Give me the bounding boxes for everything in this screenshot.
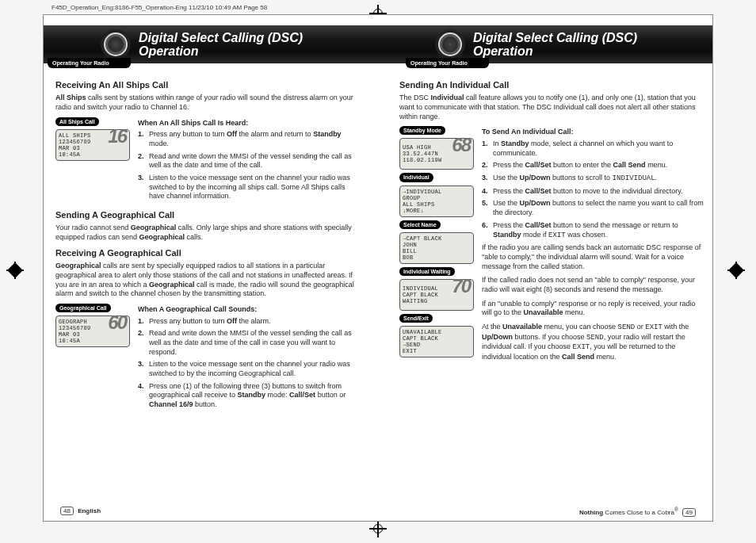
row-individual: Standby Mode USA HIGH 33.52.447N 118.02.… <box>399 126 705 366</box>
para: Your radio cannot send Geographical call… <box>55 224 361 242</box>
footer-left: 48 English <box>58 507 101 515</box>
tag-all-ships-call: All Ships Call <box>55 117 99 126</box>
registration-mark-bottom <box>369 520 387 537</box>
para: If the called radio does not send an "ab… <box>482 276 705 294</box>
footer-right-bold: Nothing <box>579 509 603 516</box>
lcd-channel-number: 70 <box>452 283 470 289</box>
heading-receiving-geo: Receiving A Geographical Call <box>55 247 361 258</box>
para: At the Unavailable menu, you can choose … <box>482 323 705 362</box>
footer-right-sup: ® <box>674 507 678 512</box>
banner-right-title: Digital Select Calling (DSC)Operation <box>473 31 637 58</box>
tag-geo-call: Geographical Call <box>55 304 111 312</box>
speaker-ring-icon <box>438 33 462 56</box>
lcd-all-ships: ALL SHIPS 123456789 MAR 03 10:45A 16 <box>55 129 130 161</box>
print-header-line: F45D_Operation_Eng:8186-F55_Operation-En… <box>52 4 267 11</box>
steps-individual: To Send An Individual Call: In Standby m… <box>482 126 705 366</box>
lcd-send-exit: UNAVAILABLE CAPT BLACK →SEND EXIT <box>399 326 474 358</box>
banner-left-sub: Operating Your Radio <box>48 58 131 68</box>
steps-geo: When A Geographical Call Sounds: Press a… <box>138 304 361 413</box>
step: Press the Call/Set button to move to the… <box>482 187 705 197</box>
footer-left-text: English <box>78 507 101 514</box>
tag-individual-waiting: Individual Waiting <box>399 267 455 276</box>
para: If an "unable to comply" response or no … <box>482 300 705 318</box>
lcd-standby: USA HIGH 33.52.447N 118.02.119W 68 <box>399 138 474 170</box>
lcd-geo: GEOGRAPH 123456789 MAR 03 10:45A 60 <box>55 315 130 347</box>
para: Geographical calls are sent by specially… <box>55 262 361 299</box>
tag-send-exit: Send/Exit <box>399 314 433 323</box>
para: The DSC Individual call feature allows y… <box>399 94 705 121</box>
lcd-channel-number: 16 <box>108 133 126 140</box>
page-number-left: 48 <box>60 507 74 515</box>
lcd-group-all-ships: All Ships Call ALL SHIPS 123456789 MAR 0… <box>55 117 132 205</box>
lcd-individual-menu: →INDIVIDUAL GROUP ALL SHIPS ↓MORE↓ <box>399 185 474 217</box>
page-number-right: 49 <box>682 508 696 517</box>
banner-left-title: Digital Select Calling (DSC)Operation <box>139 31 303 58</box>
subheading: To Send An Individual Call: <box>482 128 705 137</box>
step: Read and write down the MMSI of the vess… <box>138 152 361 170</box>
heading-receiving-all-ships: Receiving An All Ships Call <box>55 79 361 90</box>
row-all-ships: All Ships Call ALL SHIPS 123456789 MAR 0… <box>55 117 361 205</box>
row-geo: Geographical Call GEOGRAPH 123456789 MAR… <box>55 304 361 413</box>
lcd-group-geo: Geographical Call GEOGRAPH 123456789 MAR… <box>55 304 132 413</box>
step: Press one (1) of the following three (3)… <box>138 382 361 410</box>
tag-standby-mode: Standby Mode <box>399 126 445 135</box>
step: Listen to the voice message sent on the … <box>138 360 361 378</box>
step: Press the Call/Set button to send the me… <box>482 221 705 240</box>
step: Read and write down the MMSI of the vess… <box>138 329 361 357</box>
step: Use the Up/Down buttons to select the na… <box>482 199 705 217</box>
banner: Digital Select Calling (DSC)Operation Di… <box>44 25 712 63</box>
footer-right-text: Comes Close to a Cobra <box>603 509 674 516</box>
heading-sending-geo: Sending A Geographical Call <box>55 209 361 220</box>
footer-right: Nothing Comes Close to a Cobra® 49 <box>579 507 698 517</box>
step: Press any button to turn Off the alarm. <box>138 317 361 327</box>
steps-all-ships: When An All Ships Call Is Heard: Press a… <box>138 117 361 205</box>
banner-right-sub: Operating Your Radio <box>406 58 489 68</box>
para: All Ships calls sent by stations within … <box>55 94 361 112</box>
registration-mark-left <box>6 262 24 279</box>
subheading: When An All Ships Call Is Heard: <box>138 119 361 128</box>
subheading: When A Geographical Call Sounds: <box>138 305 361 315</box>
lcd-channel-number: 68 <box>452 142 470 148</box>
registration-mark-right <box>727 262 745 279</box>
lcd-channel-number: 60 <box>108 319 126 326</box>
tag-select-name: Select Name <box>399 220 441 229</box>
step: Listen to the voice message sent on the … <box>138 174 361 201</box>
right-column: Sending An Individual Call The DSC Indiv… <box>399 75 705 495</box>
lcd-individual-waiting: INDIVIDUAL CAPT BLACK WAITING 70 <box>399 279 474 311</box>
step: In Standby mode, select a channel on whi… <box>482 140 705 158</box>
lcd-select-name: →CAPT BLACK JOHN BILL BOB <box>399 232 474 264</box>
step: Press the Call/Set button to enter the C… <box>482 161 705 170</box>
tag-individual: Individual <box>399 173 433 182</box>
step: Use the Up/Down buttons to scroll to IND… <box>482 174 705 184</box>
speaker-ring-icon <box>104 33 128 56</box>
left-column: Receiving An All Ships Call All Ships ca… <box>55 75 361 495</box>
step: Press any button to turn Off the alarm a… <box>138 130 361 148</box>
page-root: F45D_Operation_Eng:8186-F55_Operation-En… <box>0 0 756 543</box>
heading-sending-individual: Sending An Individual Call <box>399 79 705 90</box>
lcd-stack-individual: Standby Mode USA HIGH 33.52.447N 118.02.… <box>399 126 475 366</box>
para: If the radio you are calling sends back … <box>482 243 705 271</box>
columns: Receiving An All Ships Call All Ships ca… <box>55 75 705 495</box>
